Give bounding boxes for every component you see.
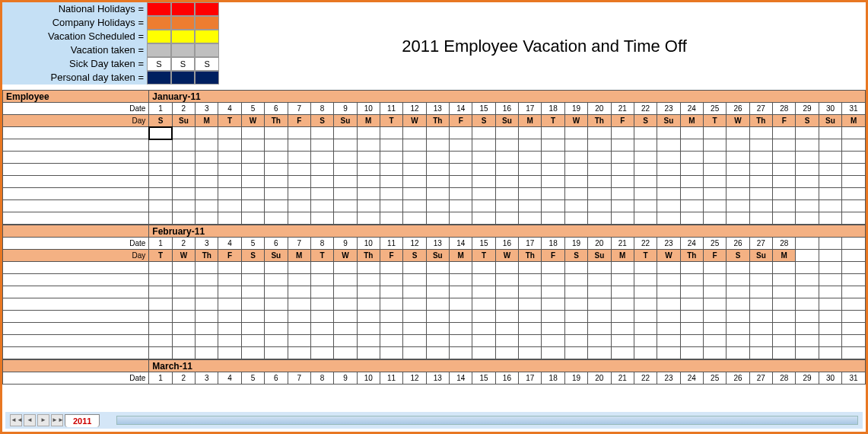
dow-cell[interactable]: W xyxy=(727,115,749,127)
dow-cell[interactable]: M xyxy=(611,250,634,262)
grid-cell[interactable] xyxy=(218,176,241,188)
date-cell[interactable]: 17 xyxy=(519,372,542,385)
grid-cell[interactable] xyxy=(519,200,542,212)
grid-cell[interactable] xyxy=(796,286,819,298)
grid-cell[interactable] xyxy=(842,152,866,164)
grid-cell[interactable] xyxy=(611,335,634,347)
employee-cell[interactable] xyxy=(3,262,149,274)
dow-cell[interactable]: Th xyxy=(357,250,380,262)
grid-cell[interactable] xyxy=(288,164,310,176)
grid-cell[interactable] xyxy=(680,200,703,212)
grid-cell[interactable] xyxy=(519,188,542,200)
dow-cell[interactable]: Th xyxy=(265,115,288,127)
grid-cell[interactable] xyxy=(426,323,449,335)
grid-cell[interactable] xyxy=(334,286,357,298)
grid-cell[interactable] xyxy=(842,286,866,298)
grid-cell[interactable] xyxy=(196,274,218,286)
employee-cell[interactable] xyxy=(3,347,149,359)
grid-cell[interactable] xyxy=(773,176,796,188)
grid-cell[interactable] xyxy=(657,188,680,200)
grid-cell[interactable] xyxy=(842,298,866,311)
grid-cell[interactable] xyxy=(218,274,241,286)
grid-cell[interactable] xyxy=(634,152,657,164)
grid-cell[interactable] xyxy=(657,262,680,274)
grid-cell[interactable] xyxy=(172,176,195,188)
grid-cell[interactable] xyxy=(426,164,449,176)
grid-cell[interactable] xyxy=(472,347,495,359)
grid-cell[interactable] xyxy=(334,347,357,359)
grid-cell[interactable] xyxy=(564,200,587,212)
dow-cell[interactable]: W xyxy=(657,250,680,262)
grid-cell[interactable] xyxy=(542,335,564,347)
grid-cell[interactable] xyxy=(357,139,380,152)
dow-cell[interactable]: W xyxy=(334,250,357,262)
grid-cell[interactable] xyxy=(357,152,380,164)
grid-cell[interactable] xyxy=(334,323,357,335)
grid-cell[interactable] xyxy=(819,127,841,139)
grid-cell[interactable] xyxy=(218,152,241,164)
grid-cell[interactable] xyxy=(588,323,611,335)
grid-cell[interactable] xyxy=(611,139,634,152)
grid-cell[interactable] xyxy=(727,176,749,188)
grid-cell[interactable] xyxy=(773,127,796,139)
grid-cell[interactable] xyxy=(357,323,380,335)
grid-cell[interactable] xyxy=(357,127,380,139)
grid-cell[interactable] xyxy=(241,311,264,323)
dow-cell[interactable]: T xyxy=(218,115,241,127)
date-cell[interactable]: 8 xyxy=(310,238,333,250)
date-cell[interactable]: 25 xyxy=(703,372,726,385)
grid-cell[interactable] xyxy=(564,212,587,225)
grid-cell[interactable] xyxy=(611,200,634,212)
dow-cell[interactable]: T xyxy=(380,115,402,127)
grid-cell[interactable] xyxy=(426,298,449,311)
dow-cell[interactable]: Su xyxy=(495,115,518,127)
grid-cell[interactable] xyxy=(426,127,449,139)
grid-cell[interactable] xyxy=(310,212,333,225)
grid-cell[interactable] xyxy=(241,176,264,188)
grid-cell[interactable] xyxy=(796,311,819,323)
grid-cell[interactable] xyxy=(727,212,749,225)
grid-cell[interactable] xyxy=(310,139,333,152)
grid-cell[interactable] xyxy=(819,152,841,164)
date-cell[interactable]: 28 xyxy=(773,103,796,115)
grid-cell[interactable] xyxy=(426,311,449,323)
dow-cell[interactable]: S xyxy=(241,250,264,262)
grid-cell[interactable] xyxy=(172,212,195,225)
employee-cell[interactable] xyxy=(3,152,149,164)
date-cell[interactable]: 3 xyxy=(196,372,218,385)
grid-cell[interactable] xyxy=(426,274,449,286)
date-cell[interactable]: 10 xyxy=(357,103,380,115)
grid-cell[interactable] xyxy=(334,152,357,164)
grid-cell[interactable] xyxy=(588,311,611,323)
grid-cell[interactable] xyxy=(472,127,495,139)
grid-cell[interactable] xyxy=(749,286,772,298)
date-cell[interactable]: 13 xyxy=(426,238,449,250)
grid-cell[interactable] xyxy=(172,347,195,359)
grid-cell[interactable] xyxy=(172,188,195,200)
grid-cell[interactable] xyxy=(819,335,841,347)
employee-cell[interactable] xyxy=(3,212,149,225)
dow-cell[interactable] xyxy=(796,250,819,262)
grid-cell[interactable] xyxy=(149,311,172,323)
grid-cell[interactable] xyxy=(426,335,449,347)
date-cell[interactable]: 30 xyxy=(819,103,841,115)
dow-cell[interactable]: M xyxy=(519,115,542,127)
date-cell[interactable]: 27 xyxy=(749,103,772,115)
grid-cell[interactable] xyxy=(495,323,518,335)
dow-cell[interactable]: T xyxy=(149,250,172,262)
grid-cell[interactable] xyxy=(657,212,680,225)
grid-cell[interactable] xyxy=(288,262,310,274)
grid-cell[interactable] xyxy=(380,176,402,188)
grid-cell[interactable] xyxy=(634,200,657,212)
grid-cell[interactable] xyxy=(588,298,611,311)
grid-cell[interactable] xyxy=(310,164,333,176)
grid-cell[interactable] xyxy=(450,200,472,212)
grid-cell[interactable] xyxy=(380,311,402,323)
grid-cell[interactable] xyxy=(564,188,587,200)
dow-cell[interactable]: F xyxy=(703,250,726,262)
grid-cell[interactable] xyxy=(703,176,726,188)
date-cell[interactable]: 16 xyxy=(495,103,518,115)
grid-cell[interactable] xyxy=(472,139,495,152)
grid-cell[interactable] xyxy=(288,152,310,164)
dow-cell[interactable]: W xyxy=(495,250,518,262)
